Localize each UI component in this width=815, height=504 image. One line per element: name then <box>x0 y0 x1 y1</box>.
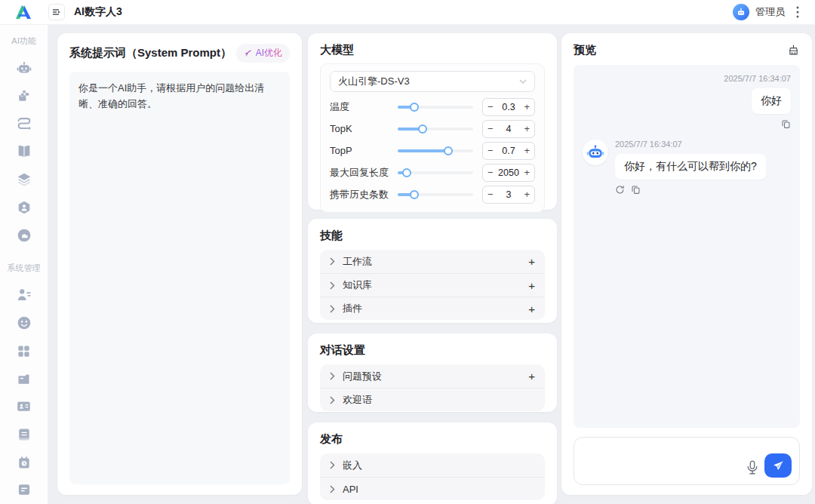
slider-row-history-count: 携带历史条数 − 3 + <box>330 183 535 205</box>
model-panel: 大模型 火山引擎-DS-V3 温度 − 0.3 + To <box>308 33 557 210</box>
topp-stepper: − 0.7 + <box>482 142 535 160</box>
accordion-preset-questions[interactable]: 问题预设 + <box>320 364 545 388</box>
plus-button[interactable]: + <box>524 124 530 134</box>
notebook-icon[interactable] <box>15 426 33 443</box>
topk-stepper: − 4 + <box>482 120 535 138</box>
temperature-stepper: − 0.3 + <box>482 98 535 116</box>
preview-title: 预览 <box>574 43 596 57</box>
layers-icon[interactable] <box>15 171 33 188</box>
minus-button[interactable]: − <box>487 189 494 199</box>
slider-label: 最大回复长度 <box>330 166 396 180</box>
model-panel-title: 大模型 <box>320 43 545 57</box>
add-plugin-button[interactable]: + <box>528 303 535 315</box>
publish-panel-title: 发布 <box>320 432 545 447</box>
publish-panel: 发布 嵌入 API <box>308 423 557 504</box>
accordion-label: 嵌入 <box>343 459 362 472</box>
microphone-icon[interactable] <box>746 460 758 475</box>
accordion-embed[interactable]: 嵌入 <box>320 453 545 477</box>
preview-panel: 预览 2025/7/7 16:34:07 你好 <box>561 33 812 495</box>
emoji-icon[interactable] <box>15 315 33 332</box>
copy-icon[interactable] <box>781 119 791 129</box>
minus-button[interactable]: − <box>487 146 494 155</box>
slider-handle[interactable] <box>410 190 419 199</box>
stepper-value[interactable]: 4 <box>506 124 512 134</box>
ai-optimize-button[interactable]: AI优化 <box>236 44 290 63</box>
more-menu-icon[interactable] <box>791 5 804 19</box>
minus-button[interactable]: − <box>487 102 494 112</box>
robot-icon[interactable] <box>15 60 33 77</box>
id-card-icon[interactable] <box>15 398 33 415</box>
history-count-stepper: − 3 + <box>482 186 535 204</box>
copy-icon[interactable] <box>631 185 641 195</box>
accordion-welcome-message[interactable]: 欢迎语 <box>320 388 545 411</box>
agent-hexagon-icon[interactable] <box>15 198 33 216</box>
icon-sidebar: AI功能 <box>0 25 48 504</box>
user-message-bubble: 你好 <box>752 88 791 114</box>
message-timestamp: 2025/7/7 16:34:07 <box>724 74 791 83</box>
accordion-label: 插件 <box>343 302 362 315</box>
history-count-slider[interactable] <box>398 193 473 196</box>
minus-button[interactable]: − <box>487 124 494 134</box>
minus-button[interactable]: − <box>487 167 494 177</box>
system-prompt-title: 系统提示词（System Prompt） <box>69 46 232 60</box>
accordion-label: API <box>343 484 358 495</box>
accordion-api[interactable]: API <box>320 477 545 500</box>
bot-message-bubble: 你好，有什么可以帮到你的? <box>615 154 766 180</box>
slider-handle[interactable] <box>410 103 419 112</box>
rocket-icon <box>244 49 253 58</box>
bot-message: 2025/7/7 16:34:07 你好，有什么可以帮到你的? <box>583 140 791 195</box>
accordion-knowledge-base[interactable]: 知识库 + <box>320 273 545 297</box>
regenerate-icon[interactable] <box>615 185 625 195</box>
accordion-label: 工作流 <box>343 255 372 269</box>
system-prompt-textarea[interactable]: 你是一个AI助手，请根据用户的问题给出清晰、准确的回答。 <box>69 72 290 484</box>
chevron-right-icon <box>330 461 335 469</box>
plus-button[interactable]: + <box>524 146 530 155</box>
add-workflow-button[interactable]: + <box>528 255 535 268</box>
slider-row-topk: TopK − 4 + <box>330 118 535 140</box>
sidebar-collapse-icon[interactable] <box>48 4 65 20</box>
accordion-plugin[interactable]: 插件 + <box>320 297 545 320</box>
briefcase-icon[interactable] <box>15 370 33 388</box>
sidebar-group-ai-label: AI功能 <box>11 35 35 47</box>
page-title: AI数字人3 <box>74 5 122 19</box>
accordion-label: 问题预设 <box>343 370 382 383</box>
schedule-icon[interactable] <box>15 453 33 471</box>
topp-slider[interactable] <box>398 149 473 152</box>
add-preset-question-button[interactable]: + <box>528 370 535 383</box>
send-button[interactable] <box>764 453 792 478</box>
document-icon[interactable] <box>15 481 33 499</box>
stepper-value[interactable]: 3 <box>506 189 512 200</box>
slider-handle[interactable] <box>444 146 453 155</box>
chevron-right-icon <box>330 281 335 290</box>
chat-message-input[interactable] <box>582 444 727 478</box>
model-select[interactable]: 火山引擎-DS-V3 <box>330 71 535 92</box>
plus-button[interactable]: + <box>524 167 530 177</box>
accordion-workflow[interactable]: 工作流 + <box>320 250 545 273</box>
chevron-down-icon <box>519 79 527 85</box>
plus-button[interactable]: + <box>524 102 530 112</box>
max-length-slider[interactable] <box>398 171 473 174</box>
book-icon[interactable] <box>15 143 33 161</box>
globe-icon[interactable] <box>15 226 33 244</box>
topk-slider[interactable] <box>398 128 473 131</box>
slider-handle[interactable] <box>402 168 411 177</box>
temperature-slider[interactable] <box>398 106 473 109</box>
puzzle-icon[interactable] <box>15 88 33 105</box>
user-avatar[interactable] <box>733 4 749 20</box>
workflow-icon[interactable] <box>15 115 33 133</box>
stepper-value[interactable]: 0.7 <box>502 146 515 156</box>
stepper-value[interactable]: 2050 <box>498 167 519 178</box>
plus-button[interactable]: + <box>524 189 530 199</box>
user-name: 管理员 <box>755 5 785 19</box>
user-settings-icon[interactable] <box>15 287 33 304</box>
add-knowledge-button[interactable]: + <box>528 279 535 292</box>
app-logo-icon <box>0 4 48 20</box>
slider-row-max-length: 最大回复长度 − 2050 + <box>330 161 535 183</box>
chat-preview-area: 2025/7/7 16:34:07 你好 <box>574 65 800 428</box>
clear-chat-icon[interactable] <box>787 44 800 57</box>
dialog-settings-panel: 对话设置 问题预设 + 欢迎语 <box>308 333 557 412</box>
slider-handle[interactable] <box>418 124 427 134</box>
stepper-value[interactable]: 0.3 <box>502 102 515 112</box>
skills-panel: 技能 工作流 + 知识库 + 插件 + <box>308 219 557 323</box>
apps-grid-icon[interactable] <box>15 343 33 360</box>
